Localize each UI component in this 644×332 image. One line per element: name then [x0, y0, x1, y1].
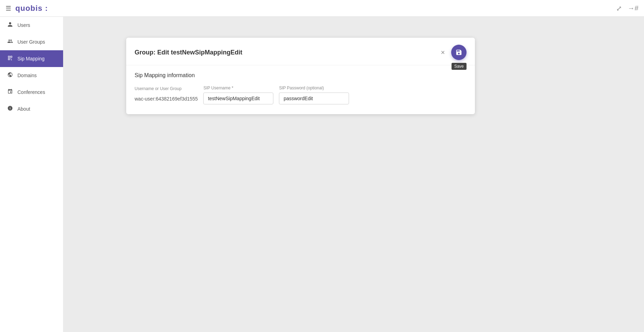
layout: Users User Groups Sip Mapping Domains Co… — [0, 17, 644, 332]
topbar-right: ⤢ →# — [616, 4, 638, 13]
sip-password-field: SIP Password (optional) — [279, 86, 349, 104]
save-tooltip: Save — [452, 63, 467, 70]
save-button[interactable]: Save — [451, 45, 467, 60]
sip-username-field: SIP Username * — [203, 86, 273, 104]
sidebar-item-domains[interactable]: Domains — [0, 67, 63, 84]
sidebar-item-user-groups-label: User Groups — [17, 39, 45, 45]
dialog-header-actions: × Save — [438, 45, 467, 60]
sidebar-item-domains-label: Domains — [17, 73, 37, 78]
dialog-title: Group: Edit testNewSipMappingEdit — [135, 49, 242, 56]
topbar: ☰ quobis : ⤢ →# — [0, 0, 644, 17]
username-label: Username or User Group — [135, 86, 198, 91]
dialog: Group: Edit testNewSipMappingEdit × Save… — [126, 38, 475, 114]
username-value: wac-user:64382169ef3d1555 — [135, 93, 198, 104]
screen-share-icon[interactable]: ⤢ — [616, 4, 622, 13]
sidebar-item-about[interactable]: About — [0, 101, 63, 117]
sip-username-input[interactable] — [203, 93, 273, 104]
sidebar-item-sip-mapping-label: Sip Mapping — [17, 56, 45, 61]
save-icon — [455, 49, 462, 56]
logo: quobis : — [15, 4, 48, 13]
domains-icon — [7, 72, 13, 79]
dialog-header: Group: Edit testNewSipMappingEdit × Save — [126, 38, 475, 65]
sidebar-item-user-groups[interactable]: User Groups — [0, 34, 63, 50]
username-field: Username or User Group wac-user:64382169… — [135, 86, 198, 104]
close-button[interactable]: × — [438, 47, 448, 58]
sidebar-item-users-label: Users — [17, 22, 30, 28]
sidebar-item-users[interactable]: Users — [0, 17, 63, 34]
sip-password-input[interactable] — [279, 93, 349, 104]
user-groups-icon — [7, 38, 13, 45]
topbar-left: ☰ quobis : — [6, 4, 48, 13]
sidebar-item-sip-mapping[interactable]: Sip Mapping — [0, 50, 63, 67]
logout-icon[interactable]: →# — [628, 4, 638, 12]
sip-username-label: SIP Username * — [203, 86, 273, 90]
users-icon — [7, 22, 13, 29]
section-title: Sip Mapping information — [135, 72, 467, 79]
sidebar-item-about-label: About — [17, 106, 30, 112]
main-content: Group: Edit testNewSipMappingEdit × Save… — [63, 17, 644, 332]
about-icon — [7, 105, 13, 112]
hamburger-icon[interactable]: ☰ — [6, 5, 11, 12]
form-row: Username or User Group wac-user:64382169… — [135, 86, 467, 104]
conferences-icon — [7, 89, 13, 96]
sip-mapping-icon — [7, 55, 13, 62]
sip-password-label: SIP Password (optional) — [279, 86, 349, 90]
sidebar-item-conferences-label: Conferences — [17, 89, 45, 95]
sidebar: Users User Groups Sip Mapping Domains Co… — [0, 17, 63, 332]
dialog-body: Sip Mapping information Username or User… — [126, 65, 475, 114]
sidebar-item-conferences[interactable]: Conferences — [0, 84, 63, 101]
